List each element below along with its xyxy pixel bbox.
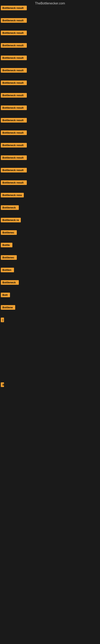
bottleneck-badge: Bottleneck re [1, 218, 21, 222]
bottleneck-badge: | [1, 318, 4, 322]
bottleneck-badge: Bottleneck result [1, 130, 27, 135]
bottleneck-badge: Bottleneck result [1, 118, 27, 122]
bottleneck-badge: Bottleneck result [1, 143, 27, 148]
bottleneck-badge: Bottle [1, 243, 12, 247]
bottleneck-badge: Bottleneck result [1, 80, 27, 85]
list-item: Bottleneck result [1, 168, 27, 173]
list-item: Bottleneck result [1, 106, 27, 111]
list-item: Bottlenec [1, 230, 17, 236]
list-item: Bottleneck result [1, 180, 27, 186]
list-item: Bottleneck result [1, 80, 27, 86]
bottleneck-badge: Bottleneck result [1, 68, 27, 73]
list-item: Bottle [1, 243, 12, 248]
bottleneck-badge: Bottleneck result [1, 180, 27, 185]
list-item: Bottleneck result [1, 68, 27, 74]
list-item: B [1, 382, 4, 388]
bottleneck-badge: Bottleneck result [1, 155, 27, 160]
bottleneck-badge: Bottleneck result [1, 93, 27, 98]
list-item: Bottlen [1, 268, 14, 273]
list-item: Bott [1, 292, 10, 298]
bottleneck-badge: Bottleneck [1, 205, 19, 210]
bottleneck-badge: Bottleneck result [1, 43, 27, 48]
list-item: Bottleneck result [1, 18, 27, 24]
bottleneck-badge: Bottleneck result [1, 6, 27, 10]
list-item: Bottleneck re [1, 218, 21, 223]
bottleneck-badge: Bottlen [1, 268, 14, 272]
list-item: Bottleneck result [1, 93, 27, 98]
bottleneck-badge: Bottleneck result [1, 168, 27, 172]
list-item: Bottleneck result [1, 155, 27, 161]
list-item: | [1, 318, 4, 323]
list-item: Bottleneck result [1, 118, 27, 123]
list-item: Bottleneck result [1, 56, 27, 61]
bottleneck-badge: Bottleneck [1, 280, 19, 285]
list-item: Bottleneck result [1, 30, 27, 36]
list-item: Bottleneck result [1, 130, 27, 136]
list-item: Bottleneck result [1, 6, 27, 11]
list-item: Bottleneck [1, 205, 19, 211]
bottleneck-badge: Bottlenec [1, 230, 17, 235]
list-item: Bottlenec [1, 255, 17, 260]
bottleneck-badge: Bottlene [1, 305, 15, 310]
bottleneck-badge: Bottleneck result [1, 30, 27, 35]
list-item: Bottleneck resu [1, 193, 24, 198]
bottleneck-badge: B [1, 382, 4, 387]
bottleneck-badge: Bott [1, 292, 10, 297]
list-item: Bottleneck [1, 280, 19, 286]
bottleneck-badge: Bottleneck result [1, 56, 27, 60]
bottleneck-badge: Bottlenec [1, 255, 17, 260]
list-item: Bottleneck result [1, 143, 27, 148]
bottleneck-badge: Bottleneck result [1, 106, 27, 110]
bottleneck-badge: Bottleneck result [1, 18, 27, 23]
list-item: Bottleneck result [1, 43, 27, 48]
bottleneck-badge: Bottleneck resu [1, 193, 24, 198]
list-item: Bottlene [1, 305, 15, 310]
